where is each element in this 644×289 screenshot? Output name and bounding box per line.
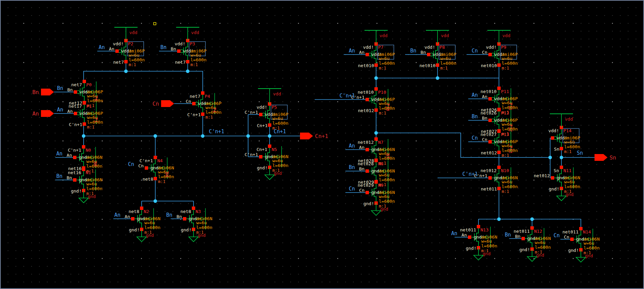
- width-label[interactable]: w=6u: [481, 239, 492, 244]
- mult-label[interactable]: m:1: [129, 62, 136, 67]
- net-label-top[interactable]: net7: [190, 94, 200, 99]
- gate-pin[interactable]: [74, 90, 77, 94]
- wire-name-label[interactable]: Cn: [128, 161, 134, 167]
- net-label-gate[interactable]: C'n+1: [245, 152, 258, 157]
- source-pin[interactable]: [268, 123, 271, 127]
- vdd-symbol[interactable]: vdd: [114, 27, 138, 41]
- length-label[interactable]: l=600n: [564, 184, 580, 189]
- gnd-label[interactable]: gnd: [566, 192, 573, 197]
- net-label-bottom[interactable]: gnd!: [129, 227, 140, 232]
- transistor-P3[interactable]: vdd!net7BnBnvdd!P3ami06Pw=6ul=600nm:1: [160, 39, 206, 67]
- width-label[interactable]: w=6u: [564, 139, 575, 144]
- source-pin[interactable]: [560, 147, 563, 150]
- net-label-top[interactable]: vdd!: [548, 128, 559, 133]
- instance-name-echo[interactable]: P11: [508, 103, 513, 110]
- net-label-gate[interactable]: Cn: [138, 163, 144, 168]
- net-label-bottom[interactable]: net7: [175, 60, 186, 65]
- transistor-N11[interactable]: Sngnd!net012gnd!N11ami06Nw=6ul=600nm:1: [534, 166, 580, 194]
- mult-label[interactable]: m:1: [502, 189, 509, 194]
- net-label-top[interactable]: net8: [129, 209, 139, 214]
- instance-name[interactable]: P8: [440, 45, 445, 50]
- input-pin-An[interactable]: An: [32, 110, 54, 117]
- net-label-bottom[interactable]: gnd!: [257, 165, 268, 170]
- gate-pin[interactable]: [551, 136, 554, 140]
- net-label-gate[interactable]: An: [482, 94, 487, 99]
- net-label-top[interactable]: net029: [358, 183, 374, 188]
- instance-name-echo[interactable]: P12: [508, 124, 513, 132]
- gate-pin[interactable]: [74, 112, 77, 115]
- transistor-P2[interactable]: vdd!net7AnAnvdd!P2ami06Pw=6ul=600nm:1: [99, 39, 145, 67]
- mult-label[interactable]: m:1: [440, 66, 448, 71]
- instance-name-echo[interactable]: P13: [508, 146, 513, 153]
- drain-pin[interactable]: [374, 180, 378, 184]
- transistor-P1[interactable]: net17C'n+1AnAnvdd!P1ami06Pw=6ul=600nm:1P…: [57, 101, 103, 130]
- drain-pin[interactable]: [579, 227, 583, 230]
- length-label[interactable]: l=600n: [129, 57, 145, 62]
- instance-name[interactable]: N4: [157, 158, 163, 163]
- instance-name[interactable]: N12: [534, 229, 542, 234]
- wire[interactable]: [376, 133, 550, 157]
- instance-name[interactable]: N13: [481, 227, 488, 232]
- wire-name-label[interactable]: An: [472, 92, 478, 98]
- transistor-P13[interactable]: net027net012CnCnvdd!P13ami06Pw=6ul=600nm…: [472, 130, 518, 158]
- gate-pin[interactable]: [488, 176, 492, 180]
- wire-name-label[interactable]: An: [349, 143, 355, 149]
- source-pin[interactable]: [436, 63, 439, 67]
- net-label-top[interactable]: net026: [481, 110, 497, 116]
- net-label-bottom[interactable]: gnd!: [181, 227, 191, 232]
- drain-pin[interactable]: [83, 101, 86, 105]
- gate-pin[interactable]: [366, 148, 369, 151]
- wire-name-label[interactable]: Bn: [57, 85, 63, 91]
- source-pin[interactable]: [154, 177, 157, 180]
- wire-name-label[interactable]: An: [349, 48, 355, 54]
- wire-name-label[interactable]: Cn+1: [274, 128, 286, 135]
- net-label-top[interactable]: net8: [181, 209, 191, 214]
- net-label-gate[interactable]: Cn: [482, 137, 487, 142]
- gate-pin[interactable]: [366, 191, 369, 194]
- net-label-gate[interactable]: Bn: [515, 234, 520, 239]
- drain-pin[interactable]: [497, 87, 501, 90]
- input-pin-Cn[interactable]: Cn: [153, 100, 174, 107]
- width-label[interactable]: w=6u: [379, 56, 389, 61]
- transistor-P4[interactable]: net7C'n+1Cnvdd!P4ami06Pw=6ul=600nm:1P4: [186, 91, 221, 120]
- instance-name[interactable]: P3: [190, 41, 195, 46]
- pin-label[interactable]: Cn+1: [315, 133, 328, 139]
- output-pin-Sn[interactable]: Sn: [595, 154, 616, 161]
- gate-pin[interactable]: [366, 98, 369, 101]
- net-label-top[interactable]: net011: [460, 227, 476, 232]
- wire-name-label[interactable]: An: [99, 44, 105, 50]
- net-label-gate[interactable]: C'n+1: [245, 110, 258, 115]
- width-label[interactable]: w=6u: [144, 220, 155, 225]
- vdd-label[interactable]: vdd: [502, 33, 510, 38]
- length-label[interactable]: l=600n: [535, 245, 551, 250]
- wire-name-label[interactable]: C'n+1: [209, 128, 224, 135]
- instance-name[interactable]: P0: [86, 82, 92, 87]
- wire-name-label[interactable]: Bn: [166, 212, 172, 218]
- net-label-bottom[interactable]: gnd!: [71, 188, 82, 194]
- wire-name-label[interactable]: Cn: [349, 186, 355, 192]
- instance-name[interactable]: N1: [86, 170, 91, 175]
- instance-name-echo[interactable]: N4: [164, 172, 169, 177]
- pin-label[interactable]: Sn: [610, 154, 616, 161]
- instance-name[interactable]: N11: [563, 168, 571, 173]
- instance-name[interactable]: N8: [378, 161, 384, 166]
- transistor-N5[interactable]: Cn+1gnd!C'n+1gnd!N5ami06Nw=6ul=600nm:1: [245, 144, 288, 173]
- net-label-gate[interactable]: Bn: [176, 214, 182, 219]
- gnd-label[interactable]: gnd: [146, 233, 154, 238]
- net-label-bottom[interactable]: net010: [358, 63, 374, 68]
- net-label-top[interactable]: net011: [562, 229, 578, 234]
- width-label[interactable]: w=6u: [584, 241, 594, 246]
- gnd-label[interactable]: gnd: [585, 253, 593, 258]
- mult-label[interactable]: m:1: [158, 179, 166, 184]
- transistor-N2[interactable]: net8gnd!AnAngnd!N2ami06Nw=6ul=600nm:1: [114, 207, 160, 235]
- net-label-bottom[interactable]: net8: [143, 177, 153, 182]
- length-label[interactable]: l=600n: [272, 121, 288, 126]
- length-label[interactable]: l=600n: [190, 57, 206, 62]
- net-label-top[interactable]: net012: [358, 140, 374, 145]
- gate-pin[interactable]: [259, 155, 262, 158]
- gate-pin[interactable]: [366, 169, 369, 173]
- drain-pin[interactable]: [82, 168, 85, 171]
- pin-arrow-icon[interactable]: [595, 154, 607, 161]
- net-label-top[interactable]: net027: [481, 132, 497, 137]
- wire-name-label[interactable]: Cn: [554, 232, 560, 239]
